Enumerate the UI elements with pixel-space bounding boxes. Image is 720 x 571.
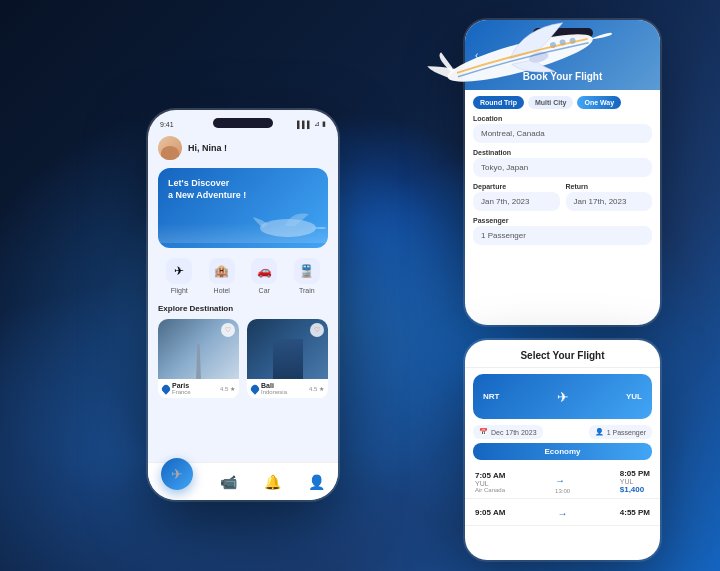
- hero-line1: Let's Discover: [168, 178, 246, 190]
- train-label: Train: [299, 287, 315, 294]
- passenger-input[interactable]: 1 Passenger: [473, 226, 652, 245]
- flight-passengers-item[interactable]: 👤 1 Passenger: [589, 425, 652, 439]
- paris-image: ♡: [158, 319, 239, 379]
- nav-item-notifications[interactable]: 🔔: [264, 474, 281, 490]
- flight-route-banner: NRT ✈ YUL: [473, 374, 652, 419]
- category-hotel[interactable]: 🏨 Hotel: [209, 258, 235, 294]
- flight2-arrival: 4:55 PM: [620, 508, 650, 517]
- bali-heart[interactable]: ♡: [310, 323, 324, 337]
- paris-rating: 4.5 ★: [220, 385, 235, 392]
- explore-title: Explore Destination: [158, 304, 328, 313]
- destination-bali[interactable]: ♡ Bali Indonesia 4.5 ★: [247, 319, 328, 399]
- passenger-icon: 👤: [595, 428, 604, 436]
- flight1-arrival: 8:05 PM YUL $1,400: [620, 469, 650, 494]
- destination-cards: ♡ Paris France 4.5 ★ ♡: [158, 319, 328, 399]
- flight-label: Flight: [171, 287, 188, 294]
- hero-banner[interactable]: Let's Discover a New Adventure !: [158, 168, 328, 248]
- nav-item-flight[interactable]: ✈: [161, 474, 193, 490]
- phone-content: Hi, Nina ! Let's Discover a New Adventur…: [148, 132, 338, 399]
- phone-notch: [213, 118, 273, 128]
- destination-paris[interactable]: ♡ Paris France 4.5 ★: [158, 319, 239, 399]
- greeting-text: Hi, Nina !: [188, 143, 227, 153]
- hero-clouds: [158, 223, 328, 243]
- passenger-field: Passenger 1 Passenger: [473, 217, 652, 245]
- return-label: Return: [566, 183, 653, 190]
- categories: ✈ Flight 🏨 Hotel 🚗 Car 🚆 Train: [158, 258, 328, 294]
- phone-select: ‹ Select Your Flight NRT ✈ YUL 📅 Dec 17t…: [465, 340, 660, 560]
- location-label: Location: [473, 115, 652, 122]
- scene: 9:41 ▌▌▌ ⊿ ▮ Hi, Nina ! Let's Discover a…: [0, 0, 720, 571]
- passenger-label: Passenger: [473, 217, 652, 224]
- flight1-direction-icon: →: [555, 475, 565, 486]
- phone-main: 9:41 ▌▌▌ ⊿ ▮ Hi, Nina ! Let's Discover a…: [148, 110, 338, 500]
- flight-date-item[interactable]: 📅 Dec 17th 2023: [473, 425, 543, 439]
- flight1-arr-code: YUL: [620, 478, 650, 485]
- flight2-dep-time: 9:05 AM: [475, 508, 505, 517]
- eiffel-tower: [193, 344, 205, 379]
- flight-row-2[interactable]: 9:05 AM → 4:55 PM: [465, 499, 660, 526]
- route-from: NRT: [483, 392, 499, 401]
- nav-item-profile[interactable]: 👤: [308, 474, 325, 490]
- destination-label: Destination: [473, 149, 652, 156]
- tab-one-way[interactable]: One Way: [577, 96, 621, 109]
- paris-name: Paris: [172, 382, 191, 389]
- category-flight[interactable]: ✈ Flight: [166, 258, 192, 294]
- train-icon: 🚆: [294, 258, 320, 284]
- select-back-button[interactable]: ‹: [475, 348, 478, 359]
- flight-date: Dec 17th 2023: [491, 429, 537, 436]
- flight2-direction-icon: →: [558, 508, 568, 519]
- departure-field: Departure Jan 7th, 2023: [473, 183, 560, 211]
- car-label: Car: [259, 287, 270, 294]
- location-field: Location Montreal, Canada: [473, 115, 652, 143]
- avatar: [158, 136, 182, 160]
- flight1-arrow: → 13:00: [555, 470, 570, 494]
- flight1-duration: 13:00: [555, 488, 570, 494]
- flight1-price: $1,400: [620, 485, 650, 494]
- hotel-icon: 🏨: [209, 258, 235, 284]
- hero-text: Let's Discover a New Adventure !: [168, 178, 246, 201]
- route-plane-icon: ✈: [557, 389, 569, 405]
- flight1-dep-time: 7:05 AM: [475, 471, 505, 480]
- flight-row-1[interactable]: 7:05 AM YUL Air Canada → 13:00 8:05 PM Y…: [465, 465, 660, 499]
- bali-info: Bali Indonesia 4.5 ★: [247, 379, 328, 398]
- return-field: Return Jan 17th, 2023: [566, 183, 653, 211]
- select-title: Select Your Flight: [520, 350, 604, 361]
- app-header: Hi, Nina !: [158, 136, 328, 160]
- paris-heart[interactable]: ♡: [221, 323, 235, 337]
- location-input[interactable]: Montreal, Canada: [473, 124, 652, 143]
- bali-name: Bali: [261, 382, 287, 389]
- destination-input[interactable]: Tokyo, Japan: [473, 158, 652, 177]
- booking-form: Location Montreal, Canada Destination To…: [465, 115, 660, 245]
- flight-info-bar: 📅 Dec 17th 2023 👤 1 Passenger: [465, 425, 660, 439]
- dates-row: Departure Jan 7th, 2023 Return Jan 17th,…: [473, 183, 652, 217]
- bali-rating: 4.5 ★: [309, 385, 324, 392]
- flight2-departure: 9:05 AM: [475, 508, 505, 517]
- flight-icon: ✈: [166, 258, 192, 284]
- avatar-body: [161, 146, 179, 160]
- wifi-icon: ⊿: [314, 120, 320, 128]
- flight1-dep-code: YUL: [475, 480, 505, 487]
- flight1-arr-time: 8:05 PM: [620, 469, 650, 478]
- category-car[interactable]: 🚗 Car: [251, 258, 277, 294]
- status-icons-main: ▌▌▌ ⊿ ▮: [297, 120, 326, 128]
- nav-item-video[interactable]: 📹: [220, 474, 237, 490]
- tab-multi-city[interactable]: Multi City: [528, 96, 574, 109]
- category-train[interactable]: 🚆 Train: [294, 258, 320, 294]
- nav-active-flight: ✈: [161, 458, 193, 490]
- economy-tab[interactable]: Economy: [473, 443, 652, 460]
- bali-building: [273, 339, 303, 379]
- paris-country: France: [172, 389, 191, 395]
- bottom-navigation: ✈ 📹 🔔 👤: [148, 462, 338, 500]
- battery-icon: ▮: [322, 120, 326, 128]
- departure-label: Departure: [473, 183, 560, 190]
- paris-info: Paris France 4.5 ★: [158, 379, 239, 398]
- flight2-arr-time: 4:55 PM: [620, 508, 650, 517]
- hero-line2: a New Adventure !: [168, 190, 246, 202]
- flight2-arrow: →: [558, 503, 568, 521]
- return-input[interactable]: Jan 17th, 2023: [566, 192, 653, 211]
- hotel-label: Hotel: [214, 287, 230, 294]
- flight1-airline: Air Canada: [475, 487, 505, 493]
- destination-field: Destination Tokyo, Japan: [473, 149, 652, 177]
- departure-input[interactable]: Jan 7th, 2023: [473, 192, 560, 211]
- flight1-departure: 7:05 AM YUL Air Canada: [475, 471, 505, 493]
